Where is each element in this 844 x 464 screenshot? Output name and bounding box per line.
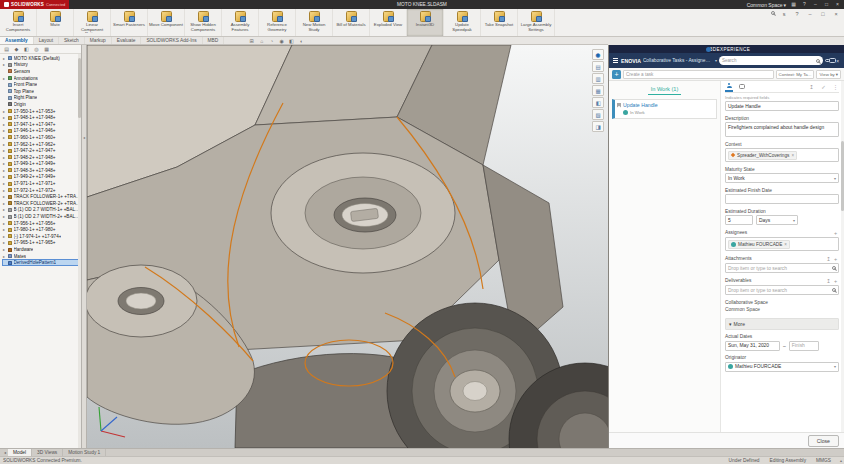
tab-properties[interactable] [725, 81, 733, 92]
tree-item[interactable]: ▸ Mates [2, 253, 81, 260]
collaborative-space-selector[interactable]: Common Space▾ [747, 2, 786, 8]
view-by-dropdown[interactable]: View by▾ [816, 70, 841, 79]
app-title[interactable]: Collaborative Tasks - Assigned to [643, 58, 713, 63]
expand-caret-icon[interactable]: ▸ [3, 142, 7, 147]
document-tab[interactable]: 3D Views [32, 449, 63, 456]
expand-caret-icon[interactable]: ▸ [3, 207, 7, 212]
ribbon-tool[interactable]: Assembly Features [222, 9, 259, 36]
task-card[interactable]: Update Handle In Work [612, 99, 717, 119]
ribbon-tool[interactable]: Show Hidden Components [185, 9, 222, 36]
more-options-icon[interactable]: ⋮ [832, 84, 839, 90]
ribbon-tool[interactable]: Large Assembly Settings [518, 9, 555, 36]
chevron-down-icon[interactable]: ▾ [715, 58, 717, 63]
tree-item[interactable]: Sensors [2, 68, 81, 75]
expand-caret-icon[interactable]: ▸ [3, 115, 7, 120]
more-section-toggle[interactable]: ▾ More [725, 318, 839, 330]
tree-item[interactable]: ▸ 17-971-1+ +17-971+ [2, 180, 81, 187]
ribbon-tool[interactable]: New Motion Study [296, 9, 333, 36]
attachments-input[interactable]: Drop item or type to search [725, 263, 839, 273]
section-view-icon[interactable]: ◧ [288, 38, 295, 44]
minimize-button[interactable]: – [806, 11, 814, 18]
status-item[interactable]: MMGS [816, 458, 831, 463]
create-task-input[interactable]: Create a task [623, 70, 774, 79]
view-orientation-icon[interactable]: ⌂ [258, 38, 265, 44]
search-icon[interactable] [771, 11, 775, 15]
restore-button[interactable]: □ [819, 11, 827, 18]
tree-item[interactable]: ▸ 17-948-2+ +17-948+ [2, 154, 81, 161]
tree-item[interactable]: ▸ TRACK FOLLOWER-1+ +TRACK FO [2, 193, 81, 200]
remove-icon[interactable]: × [791, 153, 794, 158]
display-style-icon[interactable]: ◔ [268, 38, 275, 44]
command-tab[interactable]: MBD [203, 37, 225, 44]
status-item[interactable]: Editing Assembly [770, 458, 807, 463]
help-icon[interactable]: ? [793, 11, 801, 18]
assignees-input[interactable]: Mathieu FOURCADE × [725, 237, 839, 251]
help-icon[interactable]: ? [801, 0, 808, 9]
ribbon-tool[interactable]: Exploded View [370, 9, 407, 36]
tree-item[interactable]: ▸ 17-949-2+ +17-949+ [2, 174, 81, 181]
add-task-button[interactable]: + [612, 70, 621, 79]
complete-icon[interactable]: ✓ [820, 84, 827, 90]
in-work-group-header[interactable]: In Work (1) [609, 81, 720, 95]
document-tab[interactable]: Model [8, 449, 32, 456]
command-tab[interactable]: SOLIDWORKS Add-Ins [141, 37, 202, 44]
tree-item[interactable]: ▸ TRACK FOLLOWER-2+ +TRACK FO [2, 200, 81, 207]
context-input[interactable]: Spreader_WithCoverings × [725, 148, 839, 162]
close-button[interactable]: × [832, 11, 840, 18]
command-tab[interactable]: Assembly [0, 37, 34, 44]
tree-item[interactable]: DerivedHolePattern1 [2, 259, 81, 266]
expand-caret-icon[interactable]: ▸ [3, 194, 7, 199]
ribbon-tool[interactable]: Smart Fasteners [111, 9, 148, 36]
tree-item[interactable]: Top Plane [2, 88, 81, 95]
tree-item[interactable]: ▸ 17-965-1+ +17-965+ [2, 240, 81, 247]
ribbon-tool[interactable]: Take Snapshot [481, 9, 518, 36]
task-pane-icon[interactable]: ▧ [592, 109, 604, 120]
originator-select[interactable]: Mathieu FOURCADE ▾ [725, 362, 839, 372]
expand-caret-icon[interactable]: ▸ [3, 56, 7, 61]
expand-caret-icon[interactable]: ▸ [3, 155, 7, 160]
upload-icon[interactable]: ↥ [825, 278, 832, 284]
panel-search-input[interactable]: Search [719, 56, 823, 65]
expand-caret-icon[interactable]: ▸ [3, 174, 7, 179]
task-title-link[interactable]: Update Handle [623, 102, 658, 108]
expand-caret-icon[interactable]: ▸ [3, 168, 7, 173]
tree-item[interactable]: ▸ Annotations [2, 75, 81, 82]
apps-grid-icon[interactable]: ▦ [790, 0, 797, 9]
ribbon-tool[interactable]: Bill of Materials [333, 9, 370, 36]
actual-finish-input[interactable]: Finish [789, 341, 819, 351]
command-tab[interactable]: Sketch [59, 37, 85, 44]
command-tab[interactable]: Evaluate [112, 37, 142, 44]
displaymanager-tab-icon[interactable]: ▦ [43, 46, 50, 52]
task-pane-icon[interactable]: ▦ [592, 85, 604, 96]
tree-item[interactable]: ▸ 17-950-1+ +17-953+ [2, 108, 81, 115]
dimxpertmanager-tab-icon[interactable]: ◎ [33, 46, 40, 52]
expand-status-icon[interactable]: ▴ [840, 458, 842, 463]
hide-show-icon[interactable]: ◉ [278, 38, 285, 44]
task-pane-icon[interactable]: ▤ [592, 61, 604, 72]
add-icon[interactable]: + [832, 256, 839, 262]
maximize-button[interactable]: □ [823, 0, 830, 9]
expand-caret-icon[interactable]: ▸ [3, 188, 7, 193]
task-pane-icon[interactable]: ◧ [592, 97, 604, 108]
expand-caret-icon[interactable]: ▸ [3, 221, 7, 226]
expand-caret-icon[interactable]: ▸ [3, 62, 7, 67]
tree-item[interactable]: ▸ 17-946-1+ +17-946+ [2, 128, 81, 135]
tree-scrollbar[interactable] [78, 54, 81, 448]
tree-item[interactable]: ▸ 17-949-1+ +17-949+ [2, 161, 81, 168]
expand-caret-icon[interactable]: ▸ [3, 201, 7, 206]
expand-caret-icon[interactable]: ▸ [3, 240, 7, 245]
context-filter[interactable]: Context: My Ta... [776, 70, 815, 79]
ribbon-tool[interactable]: Move Component [148, 9, 185, 36]
expand-caret-icon[interactable]: ▸ [3, 254, 7, 259]
actual-start-input[interactable]: Sun, May 31, 2020 [725, 341, 780, 351]
tab-comments[interactable] [738, 81, 746, 92]
tree-item[interactable]: ▸ 17-972-1+ +17-972+ [2, 187, 81, 194]
tree-item[interactable]: Origin [2, 101, 81, 108]
tree-item[interactable]: ▸ MOTO KNEE (Default) [2, 55, 81, 62]
duration-value-input[interactable]: 5 [725, 215, 753, 225]
tree-item[interactable]: ▸ 17-947-2+ +17-947+ [2, 147, 81, 154]
ribbon-tool[interactable]: Insert Components [0, 9, 37, 36]
expand-caret-icon[interactable]: ▸ [3, 122, 7, 127]
expand-caret-icon[interactable]: ▸ [3, 135, 7, 140]
task-pane-icon[interactable]: ◨ [592, 121, 604, 132]
